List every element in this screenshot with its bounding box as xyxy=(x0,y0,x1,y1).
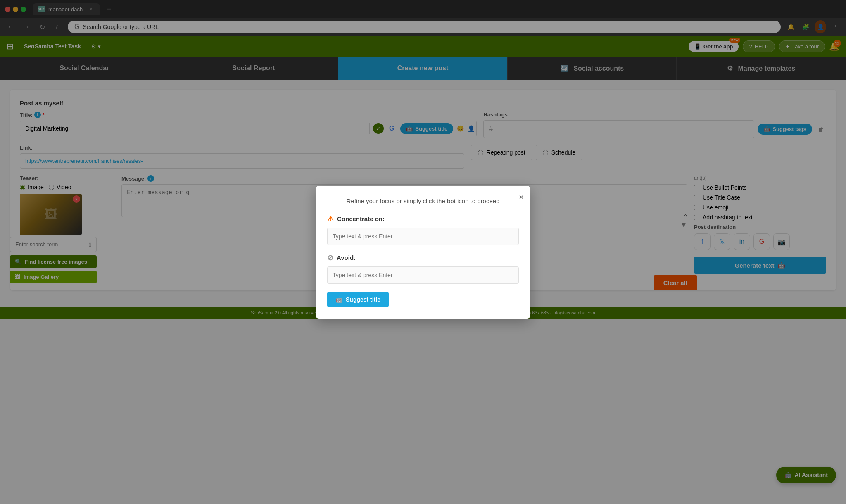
avoid-label: ⊘ Avoid: xyxy=(327,253,519,262)
concentrate-input[interactable] xyxy=(327,228,519,245)
concentrate-label: ⚠ Concentrate on: xyxy=(327,214,519,223)
warning-icon: ⚠ xyxy=(327,214,334,223)
avoid-section: ⊘ Avoid: xyxy=(327,253,519,284)
avoid-input[interactable] xyxy=(327,266,519,284)
robot-icon-modal: 🤖 xyxy=(335,296,342,303)
modal: × Refine your focus or simply click the … xyxy=(316,186,530,319)
avoid-icon: ⊘ xyxy=(327,253,333,262)
modal-overlay: × Refine your focus or simply click the … xyxy=(0,0,846,319)
modal-header: Refine your focus or simply click the bo… xyxy=(327,197,519,204)
concentrate-section: ⚠ Concentrate on: xyxy=(327,214,519,245)
modal-close-button[interactable]: × xyxy=(519,193,524,202)
modal-suggest-button[interactable]: 🤖 Suggest title xyxy=(327,292,389,307)
